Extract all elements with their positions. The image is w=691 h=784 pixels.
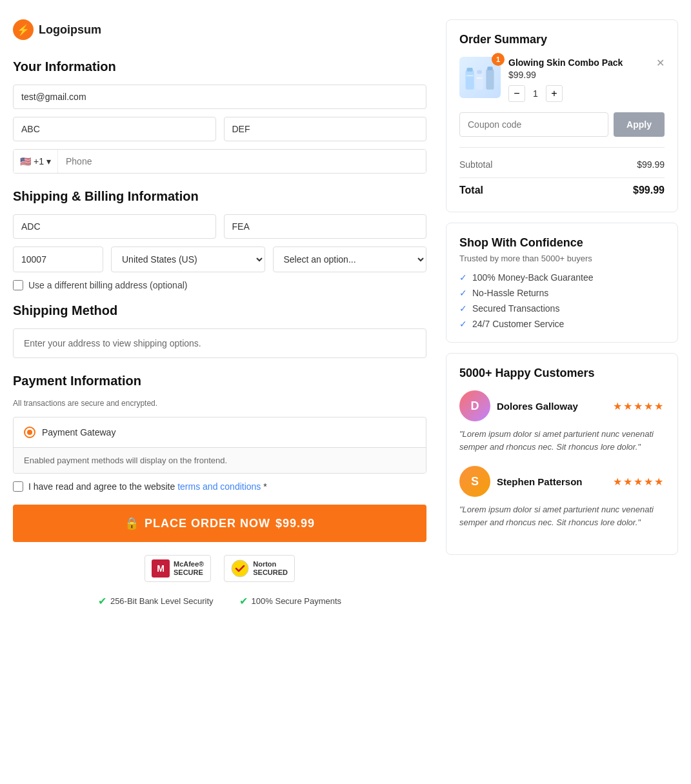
phone-row: 🇺🇸 +1 ▾ [13,149,426,174]
your-information-title: Your Information [13,59,426,74]
country-code: +1 [34,156,44,166]
svg-rect-2 [466,68,472,72]
product-row: 1 Glowing Skin Combo Pack $99.99 − 1 + ✕ [459,57,665,102]
city-field[interactable] [224,214,427,239]
state-select[interactable]: Select an option... [273,246,427,272]
review-header-1: D Dolores Galloway ★★★★★ [459,390,665,421]
svg-rect-6 [487,66,492,70]
subtotal-row: Subtotal $99.99 [459,157,665,172]
check-blue-icon-1: ✓ [459,272,467,283]
avatar-dolores: D [459,390,490,421]
phone-country-selector[interactable]: 🇺🇸 +1 ▾ [14,150,58,173]
check-blue-icon-2: ✓ [459,288,467,298]
billing-address-label: Use a different billing address (optiona… [28,280,187,290]
first-name-field[interactable] [13,117,216,141]
place-order-label: PLACE ORDER NOW [145,517,270,530]
total-value: $99.99 [633,185,665,196]
payment-enabled-text: Enabled payment methods will display on … [24,456,416,465]
logo-icon: ⚡ [13,19,34,40]
payment-gateway-label: Payment Gateway [42,427,115,437]
qty-increase-button[interactable]: + [546,85,563,102]
subtotal-label: Subtotal [459,159,492,170]
confidence-card: Shop With Confidence Trusted by more tha… [446,223,678,343]
confidence-list: ✓ 100% Money-Back Guarantee ✓ No-Hassle … [459,272,665,329]
security-feature-2: ✔ 100% Secure Payments [239,595,341,607]
confidence-item-3: ✓ Secured Transactions [459,303,665,314]
confidence-title: Shop With Confidence [459,236,665,250]
confidence-item-4: ✓ 24/7 Customer Service [459,319,665,329]
billing-address-checkbox[interactable] [13,280,23,290]
review-item-1: D Dolores Galloway ★★★★★ "Lorem ipsum do… [459,390,665,453]
email-group [13,85,426,109]
confidence-text-4: 24/7 Customer Service [472,319,564,329]
name-row [13,117,426,141]
total-label: Total [459,185,483,196]
security-feature-1-text: 256-Bit Bank Level Security [110,596,214,606]
security-feature-1: ✔ 256-Bit Bank Level Security [98,595,214,607]
mcafee-text: McAfee® SECURE [174,560,204,577]
payment-radio [24,427,35,438]
qty-value: 1 [529,88,542,99]
coupon-row: Apply [459,112,665,137]
confidence-text-1: 100% Money-Back Guarantee [472,272,594,283]
qty-decrease-button[interactable]: − [508,85,525,102]
place-order-price: $99.99 [275,517,315,530]
review-text-1: "Lorem ipsum dolor si amet parturient nu… [459,428,665,453]
shipping-options-box: Enter your address to view shipping opti… [13,328,426,358]
reviewer-name-1: Dolores Galloway [497,401,578,412]
terms-checkbox[interactable] [13,481,23,492]
address-row [13,214,426,239]
postcode-country-row: United States (US) Select an option... [13,246,426,272]
phone-field[interactable] [58,150,426,173]
subtotal-value: $99.99 [637,159,665,170]
email-field[interactable] [13,85,426,109]
order-summary-card: Order Summary [446,19,678,212]
mcafee-icon: M [152,559,170,578]
payment-gateway-box: Payment Gateway Enabled payment methods … [13,417,426,474]
mcafee-badge: M McAfee® SECURE [145,555,211,582]
shipping-placeholder-text: Enter your address to view shipping opti… [24,338,201,348]
shipping-method-title: Shipping Method [13,303,426,318]
apply-coupon-button[interactable]: Apply [614,112,665,137]
grand-total-row: Total $99.99 [459,177,665,199]
confidence-text-3: Secured Transactions [472,303,559,314]
place-order-button[interactable]: 🔒 PLACE ORDER NOW $99.99 [13,505,426,542]
confidence-item-2: ✓ No-Hassle Returns [459,288,665,298]
stars-2: ★★★★★ [613,476,665,488]
payment-subtitle: All transactions are secure and encrypte… [13,399,426,408]
check-icon-2: ✔ [239,595,248,607]
norton-badge: Norton SECURED [224,555,295,582]
coupon-input[interactable] [459,112,608,137]
svg-rect-4 [477,70,482,74]
product-name: Glowing Skin Combo Pack [508,57,648,68]
customers-card: 5000+ Happy Customers D Dolores Galloway… [446,353,678,555]
norton-text: Norton SECURED [253,560,288,577]
check-blue-icon-4: ✓ [459,319,467,329]
confidence-subtitle: Trusted by more than 5000+ buyers [459,254,665,263]
check-icon-1: ✔ [98,595,106,607]
qty-controls: − 1 + [508,85,648,102]
last-name-field[interactable] [224,117,427,141]
payment-gateway-body: Enabled payment methods will display on … [14,448,426,473]
product-info: Glowing Skin Combo Pack $99.99 − 1 + [508,57,648,102]
security-features: ✔ 256-Bit Bank Level Security ✔ 100% Sec… [13,595,426,607]
country-select[interactable]: United States (US) [111,246,265,272]
terms-row: I have read and agree to the website ter… [13,481,426,492]
payment-title: Payment Information [13,374,426,388]
lock-icon: 🔒 [125,516,139,530]
svg-rect-3 [476,73,483,90]
logo: ⚡ Logoipsum [13,19,426,40]
payment-gateway-header[interactable]: Payment Gateway [14,417,426,448]
postcode-field[interactable] [13,246,103,272]
chevron-down-icon: ▾ [46,156,51,166]
order-totals: Subtotal $99.99 Total $99.99 [459,147,665,199]
customers-title: 5000+ Happy Customers [459,367,665,380]
confidence-text-2: No-Hassle Returns [472,288,548,298]
avatar-stephen: S [459,466,490,497]
street-field[interactable] [13,214,216,239]
product-price: $99.99 [508,70,648,80]
svg-point-0 [232,560,248,577]
terms-link[interactable]: terms and conditions [177,481,261,492]
svg-rect-1 [466,70,474,90]
product-remove-button[interactable]: ✕ [656,57,665,69]
